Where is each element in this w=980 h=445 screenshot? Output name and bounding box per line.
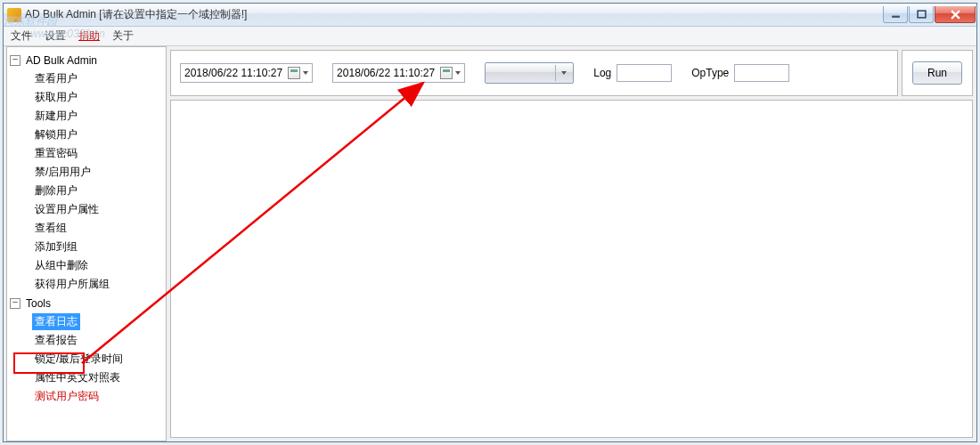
menu-file[interactable]: 文件 <box>11 28 32 44</box>
menu-settings[interactable]: 设置 <box>45 28 66 44</box>
tree-item-set-user-attrs[interactable]: 设置用户属性 <box>7 200 166 219</box>
tree-item-view-log[interactable]: 查看日志 <box>7 312 166 331</box>
minimize-button[interactable] <box>883 6 908 23</box>
tree-item-get-user[interactable]: 获取用户 <box>7 88 166 107</box>
tree-item-view-group[interactable]: 查看组 <box>7 219 166 238</box>
maximize-button[interactable] <box>909 6 934 23</box>
chevron-down-icon <box>303 71 308 75</box>
svg-rect-1 <box>918 11 926 18</box>
date-from-picker[interactable]: 2018/06/22 11:10:27 <box>180 63 313 83</box>
tree-item-enable-disable-user[interactable]: 禁/启用用户 <box>7 163 166 182</box>
tree-item-get-user-groups[interactable]: 获得用户所属组 <box>7 275 166 294</box>
run-button[interactable]: Run <box>912 61 962 85</box>
log-label: Log <box>593 67 611 79</box>
tree-item-test-password[interactable]: 测试用户密码 <box>7 387 166 406</box>
app-window: AD Bulk Admin [请在设置中指定一个域控制器!] 文件 设置 捐助 … <box>3 3 977 442</box>
optype-label: OpType <box>691 67 729 79</box>
tree-item-delete-user[interactable]: 删除用户 <box>7 182 166 200</box>
top-row: 2018/06/22 11:10:27 2018/06/22 11:10:27 … <box>170 50 973 96</box>
menu-donate[interactable]: 捐助 <box>78 28 100 44</box>
tree-root-adbulkadmin[interactable]: AD Bulk Admin <box>7 51 166 69</box>
tree-root-tools[interactable]: Tools <box>7 294 166 312</box>
close-button[interactable] <box>935 6 976 23</box>
tree-item-remove-from-group[interactable]: 从组中删除 <box>7 256 166 275</box>
title-text: AD Bulk Admin [请在设置中指定一个域控制器!] <box>25 7 883 22</box>
tree-item-view-report[interactable]: 查看报告 <box>7 331 166 350</box>
menubar: 文件 设置 捐助 关于 <box>4 27 976 46</box>
tree-root-label: AD Bulk Admin <box>23 53 100 68</box>
chevron-down-icon <box>455 71 461 75</box>
collapse-icon[interactable] <box>10 55 20 66</box>
tree-item-view-user[interactable]: 查看用户 <box>7 69 166 88</box>
log-field-group: Log <box>593 64 672 82</box>
date-to-picker[interactable]: 2018/06/22 11:10:27 <box>332 63 465 83</box>
titlebar[interactable]: AD Bulk Admin [请在设置中指定一个域控制器!] <box>4 4 976 27</box>
tree-item-attr-translation[interactable]: 属性中英文对照表 <box>7 368 166 387</box>
menu-about[interactable]: 关于 <box>112 28 134 44</box>
client-area: AD Bulk Admin 查看用户 获取用户 新建用户 解锁用户 重置密码 禁… <box>4 46 976 441</box>
tree-item-lock-lastlogin[interactable]: 锁定/最后登录时间 <box>7 350 166 368</box>
right-pane: 2018/06/22 11:10:27 2018/06/22 11:10:27 … <box>167 46 976 441</box>
optype-input[interactable] <box>734 64 789 82</box>
results-grid[interactable] <box>170 100 973 438</box>
tree-item-unlock-user[interactable]: 解锁用户 <box>7 125 166 144</box>
filter-panel: 2018/06/22 11:10:27 2018/06/22 11:10:27 … <box>170 50 898 96</box>
date-to-value: 2018/06/22 11:10:27 <box>337 67 435 79</box>
log-input[interactable] <box>617 64 672 82</box>
date-from-value: 2018/06/22 11:10:27 <box>184 67 282 79</box>
run-panel: Run <box>902 50 973 96</box>
app-icon <box>7 8 21 22</box>
tree-item-reset-password[interactable]: 重置密码 <box>7 144 166 163</box>
tree-item-new-user[interactable]: 新建用户 <box>7 107 166 125</box>
optype-field-group: OpType <box>691 64 789 82</box>
chevron-down-icon <box>555 65 569 81</box>
calendar-icon <box>288 67 300 79</box>
calendar-icon <box>440 67 453 79</box>
filter-combo[interactable] <box>485 62 574 84</box>
nav-tree: AD Bulk Admin 查看用户 获取用户 新建用户 解锁用户 重置密码 禁… <box>6 46 167 441</box>
tree-root-label: Tools <box>23 296 53 311</box>
collapse-icon[interactable] <box>10 298 20 309</box>
window-controls <box>883 6 976 23</box>
tree-item-add-to-group[interactable]: 添加到组 <box>7 238 166 256</box>
